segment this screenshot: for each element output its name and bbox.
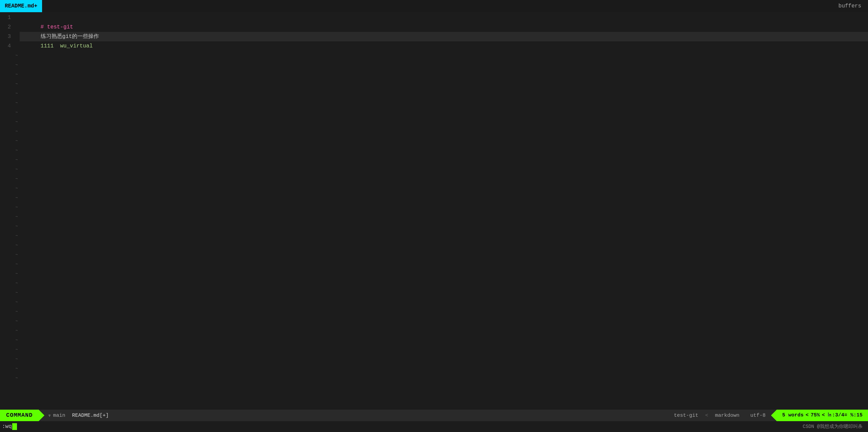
percent-sep: < <box>822 410 825 421</box>
tab-bar: README.md+ buffers <box>0 0 868 12</box>
words-block: 5 words < 75% < ㏑:3/4≡ %:15 <box>777 410 868 421</box>
fold-6: ~ <box>14 60 20 70</box>
fold-4 <box>14 41 20 51</box>
fold-8: ~ <box>14 79 20 89</box>
fold-3 <box>14 32 20 41</box>
line3-text: 1111 wu_virtual <box>41 43 93 49</box>
status-bar: COMMAND ▿ main README.md[+] test-git < m… <box>0 410 868 421</box>
fold-1 <box>14 13 20 22</box>
line-number-1: 1 <box>0 13 11 22</box>
fold-18: ~ <box>14 174 20 184</box>
line2-text: 练习熟悉git的一些操作 <box>41 34 99 40</box>
encoding: utf-8 <box>745 413 771 418</box>
code-line-2: 练习熟悉git的一些操作 <box>20 22 868 32</box>
fold-26: ~ <box>14 250 20 260</box>
fold-20: ~ <box>14 193 20 203</box>
sep-1: < <box>704 413 710 418</box>
position-value: ㏑:3/4≡ %:15 <box>827 410 863 421</box>
fold-25: ~ <box>14 241 20 250</box>
fold-5: ~ <box>14 51 20 60</box>
fold-31: ~ <box>14 297 20 307</box>
command-line[interactable]: :wq CSDN @我想成为你嗯叩叫杀 <box>0 421 868 432</box>
fold-22: ~ <box>14 212 20 222</box>
fold-13: ~ <box>14 127 20 136</box>
fold-21: ~ <box>14 203 20 212</box>
fold-38: ~ <box>14 364 20 373</box>
fold-30: ~ <box>14 288 20 297</box>
fold-29: ~ <box>14 279 20 288</box>
fold-7: ~ <box>14 70 20 79</box>
command-text: :wq <box>2 424 12 430</box>
fold-39: ~ <box>14 373 20 383</box>
project-name: test-git <box>669 413 704 418</box>
fold-10: ~ <box>14 98 20 108</box>
bottom-right-info: CSDN @我想成为你嗯叩叫杀 <box>17 424 866 430</box>
fold-27: ~ <box>14 260 20 269</box>
percent-value: 75% <box>811 410 820 421</box>
fold-33: ~ <box>14 316 20 326</box>
line-number-4: 4 <box>0 41 11 51</box>
editor-area: 1 2 3 4 ~ ~ ~ ~ ~ ~ ~ ~ ~ ~ ~ ~ ~ ~ ~ ~ … <box>0 12 868 410</box>
words-arrow-left <box>771 410 777 421</box>
fold-34: ~ <box>14 326 20 335</box>
status-right: test-git < markdown utf-8 5 words < 75% … <box>669 410 868 421</box>
fold-36: ~ <box>14 345 20 354</box>
command-cursor <box>12 423 17 430</box>
fold-12: ~ <box>14 117 20 127</box>
line-number-3: 3 <box>0 32 11 41</box>
fold-9: ~ <box>14 89 20 98</box>
line-number-2: 2 <box>0 22 11 32</box>
git-branch-icon: ▿ <box>48 412 51 419</box>
filetype: markdown <box>710 413 745 418</box>
branch-name: main <box>53 413 65 418</box>
heading-hash: # <box>41 24 47 30</box>
mode-indicator: COMMAND <box>0 410 39 421</box>
fold-24: ~ <box>14 231 20 241</box>
code-line-4 <box>20 41 868 51</box>
active-tab[interactable]: README.md+ <box>0 0 42 12</box>
buffers-label: buffers <box>838 3 868 9</box>
words-sep: < <box>806 410 809 421</box>
fold-15: ~ <box>14 146 20 155</box>
fold-2 <box>14 22 20 32</box>
heading-content: test-git <box>47 24 73 30</box>
status-filename: README.md[+] <box>69 413 112 418</box>
code-line-3: 1111 wu_virtual <box>20 32 868 41</box>
fold-32: ~ <box>14 307 20 316</box>
fold-19: ~ <box>14 184 20 193</box>
words-count: 5 words <box>782 410 804 421</box>
fold-37: ~ <box>14 354 20 364</box>
fold-35: ~ <box>14 335 20 345</box>
line-numbers: 1 2 3 4 <box>0 12 14 410</box>
fold-28: ~ <box>14 269 20 279</box>
fold-17: ~ <box>14 165 20 174</box>
fold-14: ~ <box>14 136 20 146</box>
code-line-1: # test-git <box>20 13 868 22</box>
mode-arrow <box>39 410 44 421</box>
fold-16: ~ <box>14 155 20 165</box>
branch-info: ▿ main <box>44 412 69 419</box>
fold-indicators: ~ ~ ~ ~ ~ ~ ~ ~ ~ ~ ~ ~ ~ ~ ~ ~ ~ ~ ~ ~ … <box>14 12 20 410</box>
fold-11: ~ <box>14 108 20 117</box>
code-content[interactable]: # test-git 练习熟悉git的一些操作 1111 wu_virtual <box>20 12 868 410</box>
fold-23: ~ <box>14 222 20 231</box>
